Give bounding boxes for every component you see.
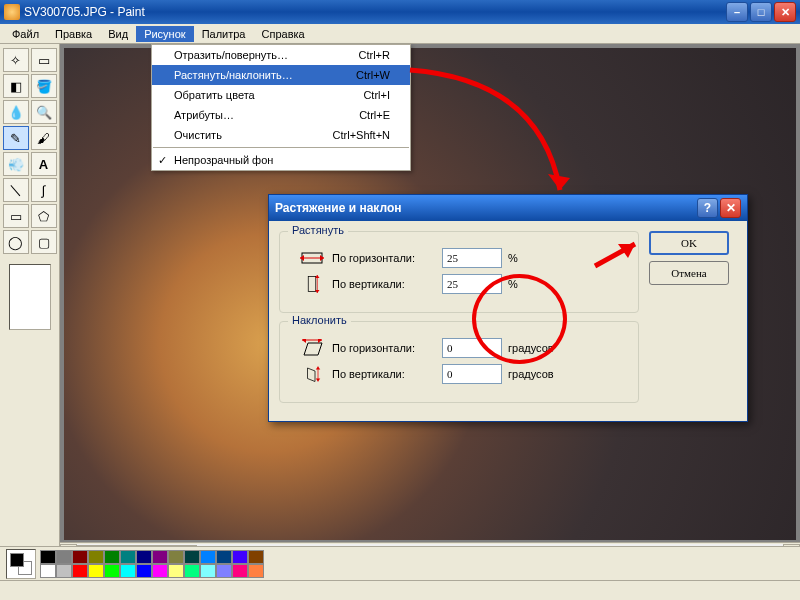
palette-color[interactable] [168, 550, 184, 564]
palette-color[interactable] [168, 564, 184, 578]
tool-eraser[interactable]: ◧ [3, 74, 29, 98]
menu-item[interactable]: Обратить цветаCtrl+I [152, 85, 410, 105]
palette-color[interactable] [248, 564, 264, 578]
color-indicator[interactable] [6, 549, 36, 579]
palette-color[interactable] [136, 550, 152, 564]
stretch-group: Растянуть По горизонтали: % По вертикали… [279, 231, 639, 313]
maximize-button[interactable]: □ [750, 2, 772, 22]
ok-button[interactable]: OK [649, 231, 729, 255]
skew-vertical-icon [300, 365, 324, 383]
svg-marker-10 [318, 339, 322, 343]
status-bar [0, 580, 800, 600]
tool-ellipse[interactable]: ◯ [3, 230, 29, 254]
foreground-color-swatch [10, 553, 24, 567]
menu-справка[interactable]: Справка [254, 26, 313, 42]
palette-color[interactable] [136, 564, 152, 578]
tool-zoom[interactable]: 🔍 [31, 100, 57, 124]
window-titlebar: SV300705.JPG - Paint – □ ✕ [0, 0, 800, 24]
tool-picker[interactable]: 💧 [3, 100, 29, 124]
svg-marker-8 [304, 343, 322, 355]
skew-legend: Наклонить [288, 314, 351, 326]
stretch-vert-label: По вертикали: [332, 278, 442, 290]
skew-horizontal-icon [300, 339, 324, 357]
tool-text[interactable]: A [31, 152, 57, 176]
tool-brush[interactable]: 🖌 [31, 126, 57, 150]
tool-options [9, 264, 51, 330]
skew-group: Наклонить По горизонтали: градусов По ве… [279, 321, 639, 403]
dialog-title: Растяжение и наклон [275, 201, 695, 215]
tool-airbrush[interactable]: 💨 [3, 152, 29, 176]
tool-curve[interactable]: ∫ [31, 178, 57, 202]
palette-color[interactable] [88, 564, 104, 578]
menubar: ФайлПравкаВидРисунокПалитраСправка [0, 24, 800, 44]
menu-рисунок[interactable]: Рисунок [136, 26, 194, 42]
stretch-vert-input[interactable] [442, 274, 502, 294]
palette-color[interactable] [40, 550, 56, 564]
window-close-button[interactable]: ✕ [774, 2, 796, 22]
tool-roundrect[interactable]: ▢ [31, 230, 57, 254]
palette-color[interactable] [120, 564, 136, 578]
palette-color[interactable] [72, 564, 88, 578]
svg-marker-14 [316, 367, 321, 370]
percent-unit: % [508, 278, 518, 290]
palette-color[interactable] [184, 564, 200, 578]
menu-палитра[interactable]: Палитра [194, 26, 254, 42]
palette-color[interactable] [184, 550, 200, 564]
dialog-titlebar[interactable]: Растяжение и наклон ? ✕ [269, 195, 747, 221]
skew-vert-input[interactable] [442, 364, 502, 384]
menu-item[interactable]: ✓Непрозрачный фон [152, 150, 410, 170]
stretch-legend: Растянуть [288, 224, 348, 236]
menu-item[interactable]: Отразить/повернуть…Ctrl+R [152, 45, 410, 65]
menu-item[interactable]: Атрибуты…Ctrl+E [152, 105, 410, 125]
minimize-button[interactable]: – [726, 2, 748, 22]
dialog-help-button[interactable]: ? [697, 198, 718, 218]
tool-rect-select[interactable]: ▭ [31, 48, 57, 72]
window-title: SV300705.JPG - Paint [24, 5, 726, 19]
stretch-skew-dialog: Растяжение и наклон ? ✕ Растянуть По гор… [268, 194, 748, 422]
palette-color[interactable] [200, 550, 216, 564]
palette-color[interactable] [104, 564, 120, 578]
tool-freeform-select[interactable]: ✧ [3, 48, 29, 72]
tool-fill[interactable]: 🪣 [31, 74, 57, 98]
palette-color[interactable] [88, 550, 104, 564]
palette-color[interactable] [232, 564, 248, 578]
palette-color[interactable] [200, 564, 216, 578]
palette-color[interactable] [40, 564, 56, 578]
palette-grid [40, 550, 264, 578]
palette-color[interactable] [216, 550, 232, 564]
menu-правка[interactable]: Правка [47, 26, 100, 42]
skew-vert-label: По вертикали: [332, 368, 442, 380]
palette-color[interactable] [120, 550, 136, 564]
cancel-button[interactable]: Отмена [649, 261, 729, 285]
palette-color[interactable] [248, 550, 264, 564]
app-icon [4, 4, 20, 20]
skew-horiz-label: По горизонтали: [332, 342, 442, 354]
dialog-close-button[interactable]: ✕ [720, 198, 741, 218]
degrees-unit: градусов [508, 342, 554, 354]
palette-color[interactable] [56, 564, 72, 578]
stretch-horiz-label: По горизонтали: [332, 252, 442, 264]
menu-item[interactable]: ОчиститьCtrl+Shft+N [152, 125, 410, 145]
palette-color[interactable] [72, 550, 88, 564]
toolbox: ✧ ▭ ◧ 🪣 💧 🔍 ✎ 🖌 💨 A ＼ ∫ ▭ ⬠ ◯ ▢ [0, 44, 60, 560]
svg-marker-11 [302, 339, 306, 343]
stretch-horiz-input[interactable] [442, 248, 502, 268]
percent-unit: % [508, 252, 518, 264]
palette-color[interactable] [104, 550, 120, 564]
palette-color[interactable] [232, 550, 248, 564]
skew-horiz-input[interactable] [442, 338, 502, 358]
svg-marker-12 [308, 368, 316, 382]
palette-color[interactable] [216, 564, 232, 578]
palette-color[interactable] [56, 550, 72, 564]
svg-marker-15 [316, 379, 321, 382]
palette-color[interactable] [152, 564, 168, 578]
palette-color[interactable] [152, 550, 168, 564]
svg-rect-4 [308, 277, 316, 292]
menu-вид[interactable]: Вид [100, 26, 136, 42]
tool-line[interactable]: ＼ [3, 178, 29, 202]
tool-pencil[interactable]: ✎ [3, 126, 29, 150]
tool-rect[interactable]: ▭ [3, 204, 29, 228]
menu-файл[interactable]: Файл [4, 26, 47, 42]
menu-item[interactable]: Растянуть/наклонить…Ctrl+W [152, 65, 410, 85]
tool-polygon[interactable]: ⬠ [31, 204, 57, 228]
